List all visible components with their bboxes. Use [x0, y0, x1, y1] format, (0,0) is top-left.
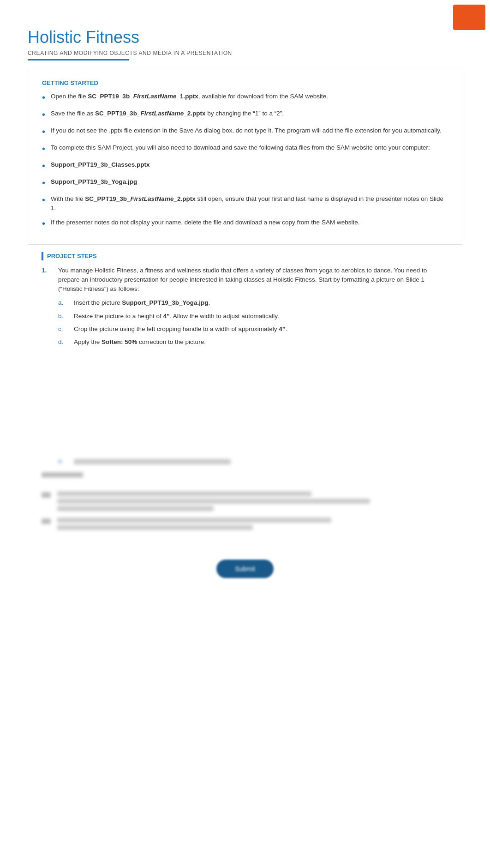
title-underline	[28, 59, 129, 60]
bullet-icon: •	[42, 176, 45, 190]
list-item-text: Open the file SC_PPT19_3b_FirstLastName_…	[51, 92, 328, 101]
bullet-icon: •	[42, 90, 45, 104]
sub-letter: c.	[58, 325, 66, 334]
list-item: • With the file SC_PPT19_3b_FirstLastNam…	[42, 194, 448, 213]
blurred-next-row	[42, 471, 448, 480]
sub-letter: e.	[58, 457, 66, 466]
page-title: Holistic Fitness	[28, 28, 462, 47]
sub-step-c: c. Crop the picture using the left cropp…	[58, 325, 448, 334]
blurred-step-2-content	[57, 491, 448, 511]
list-item: • If you do not see the .pptx file exten…	[42, 126, 448, 139]
bullet-icon: •	[42, 142, 45, 156]
step-content: You manage Holistic Fitness, a fitness a…	[58, 266, 448, 480]
sub-letter: a.	[58, 298, 66, 307]
sub-letter: d.	[58, 338, 66, 347]
step-text: You manage Holistic Fitness, a fitness a…	[58, 267, 427, 293]
sub-step-b: b. Resize the picture to a height of 4”.…	[58, 312, 448, 321]
bullet-icon: •	[42, 108, 45, 121]
bullet-icon: •	[42, 193, 45, 207]
bullet-icon: •	[42, 159, 45, 173]
list-item-bold: • Support_PPT19_3b_Classes.pptx	[42, 160, 448, 173]
blurred-step-3-content	[57, 518, 448, 530]
list-item-text: Save the file as SC_PPT19_3b_FirstLastNa…	[51, 109, 284, 118]
sub-step-text-blurred	[74, 457, 231, 466]
list-item-bold: • Support_PPT19_3b_Yoga.jpg	[42, 177, 448, 190]
blurred-step-3	[42, 518, 448, 530]
sub-step-text: Crop the picture using the left cropping…	[74, 325, 287, 334]
sub-step-text: Apply the Soften: 50% correction to the …	[74, 338, 206, 347]
list-item-text: To complete this SAM Project, you will a…	[51, 143, 430, 152]
submit-button[interactable]: Submit	[216, 560, 274, 578]
sub-step-a: a. Insert the picture Support_PPT19_3b_Y…	[58, 298, 448, 307]
sub-step-d: d. Apply the Soften: 50% correction to t…	[58, 338, 448, 347]
sub-steps-list: a. Insert the picture Support_PPT19_3b_Y…	[58, 298, 448, 347]
getting-started-heading: GETTING STARTED	[42, 79, 448, 86]
list-item-text: Support_PPT19_3b_Yoga.jpg	[51, 177, 137, 187]
list-item: • To complete this SAM Project, you will…	[42, 143, 448, 156]
orange-button[interactable]	[453, 5, 485, 30]
list-item-text: With the file SC_PPT19_3b_FirstLastName_…	[51, 194, 448, 213]
blurred-steps-section	[42, 491, 448, 530]
list-item: • Open the file SC_PPT19_3b_FirstLastNam…	[42, 92, 448, 104]
left-accent-bar	[42, 252, 43, 260]
sub-letter: b.	[58, 312, 66, 321]
sub-step-text: Resize the picture to a height of 4”. Al…	[74, 312, 279, 321]
blurred-step-2	[42, 491, 448, 511]
image-placeholder-area	[58, 350, 448, 452]
submit-button-container: Submit	[28, 560, 462, 578]
bullet-icon: •	[42, 125, 45, 139]
project-steps-list: 1. You manage Holistic Fitness, a fitnes…	[42, 266, 448, 480]
step-1: 1. You manage Holistic Fitness, a fitnes…	[42, 266, 448, 480]
page-subtitle: CREATING AND MODIFYING OBJECTS AND MEDIA…	[28, 50, 462, 56]
step-number: 1.	[42, 266, 51, 275]
list-item-text: Support_PPT19_3b_Classes.pptx	[51, 160, 150, 169]
list-item-text: If the presenter notes do not display yo…	[51, 218, 359, 227]
bullet-icon: •	[42, 217, 45, 230]
list-item: • If the presenter notes do not display …	[42, 218, 448, 230]
filename-2: SC_PPT19_3b_FirstLastName_2.pptx	[95, 110, 205, 117]
list-item: • Save the file as SC_PPT19_3b_FirstLast…	[42, 109, 448, 121]
getting-started-section: GETTING STARTED • Open the file SC_PPT19…	[28, 70, 462, 245]
getting-started-list: • Open the file SC_PPT19_3b_FirstLastNam…	[42, 92, 448, 230]
project-steps-section: PROJECT STEPS 1. You manage Holistic Fit…	[28, 252, 462, 546]
filename-1: SC_PPT19_3b_FirstLastName_1.pptx	[88, 93, 198, 100]
sub-step-text: Insert the picture Support_PPT19_3b_Yoga…	[74, 298, 210, 307]
blurred-sub-list: e.	[58, 457, 448, 466]
sub-step-e: e.	[58, 457, 448, 466]
list-item-text: If you do not see the .pptx file extensi…	[51, 126, 442, 135]
project-steps-heading: PROJECT STEPS	[42, 252, 448, 260]
